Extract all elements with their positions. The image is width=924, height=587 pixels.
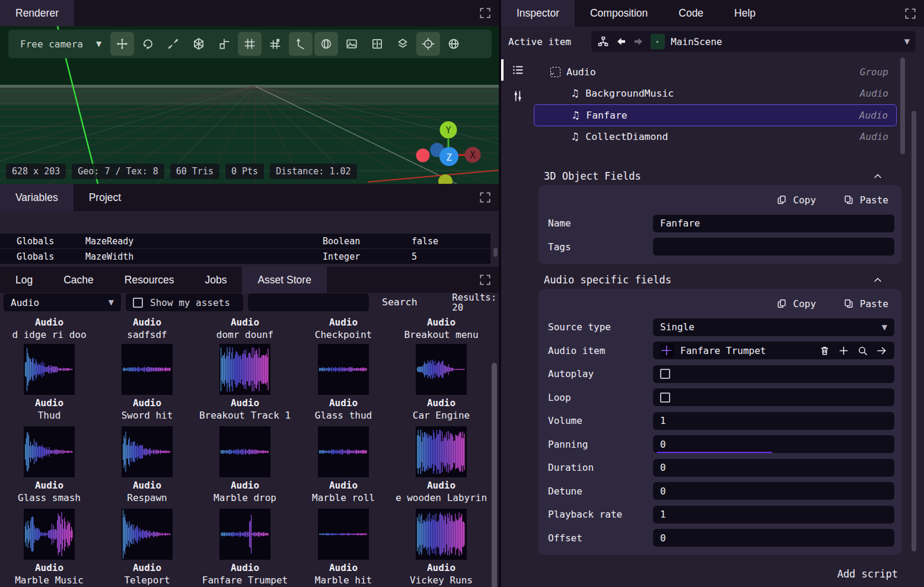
scene-selector[interactable]: MainScene ▼ xyxy=(591,31,916,52)
asset-category-select[interactable]: Audio ▼ xyxy=(4,294,121,311)
search-button[interactable]: Search xyxy=(382,294,418,311)
back-arrow-icon[interactable] xyxy=(615,36,627,47)
volume-input[interactable]: 1 xyxy=(653,412,894,430)
asset-card[interactable]: Audio Marble drop xyxy=(196,426,294,503)
asset-card[interactable]: Audio Glass thud xyxy=(294,344,393,421)
audio-item-field[interactable]: Fanfare Trumpet xyxy=(653,342,894,359)
loop-field[interactable] xyxy=(653,388,894,406)
tree-item-backgroundmusic[interactable]: ♫BackgroundMusicAudio xyxy=(534,83,897,105)
autoplay-field[interactable] xyxy=(653,365,894,383)
asset-card[interactable]: Audio Marble roll xyxy=(294,426,393,503)
goto-icon[interactable] xyxy=(876,345,887,356)
asset-card[interactable]: Audio domr dounf xyxy=(196,314,294,340)
tab-project[interactable]: Project xyxy=(74,184,136,211)
tab-asset-store[interactable]: Asset Store xyxy=(242,267,326,293)
wireframe-cube-icon[interactable] xyxy=(187,32,211,56)
variable-row[interactable]: GlobalsMazeReadyBooleanfalse xyxy=(0,234,490,248)
tree-item-fanfare[interactable]: ♫FanfareAudio xyxy=(534,104,897,126)
hierarchy-icon[interactable] xyxy=(597,36,609,47)
section-header[interactable]: 3D Object Fields xyxy=(501,166,924,186)
tab-renderer[interactable]: Renderer xyxy=(0,0,74,26)
frame-center-icon[interactable] xyxy=(365,32,389,56)
scale-tool-icon[interactable] xyxy=(161,32,185,56)
asset-search-input[interactable] xyxy=(248,294,369,311)
variable-row[interactable]: GlobalsMazeWidthInteger5 xyxy=(0,249,490,264)
playback-rate-input[interactable]: 1 xyxy=(653,506,894,524)
add-icon[interactable] xyxy=(838,345,849,356)
asset-grid-scrollbar[interactable] xyxy=(492,363,497,587)
detune-input[interactable]: 0 xyxy=(653,482,894,500)
image-icon[interactable] xyxy=(340,32,364,56)
copy-button[interactable]: Copy xyxy=(776,194,816,206)
asset-card[interactable]: Audio Glass smash xyxy=(0,426,98,503)
add-script-button[interactable]: Add script xyxy=(837,568,898,580)
section-header[interactable]: Audio specific fields xyxy=(501,270,924,290)
asset-card[interactable]: Audio d idge ri doo xyxy=(0,314,98,340)
axes-icon[interactable] xyxy=(289,32,313,56)
offset-input[interactable]: 0 xyxy=(653,529,894,547)
tree-list-view-button[interactable] xyxy=(505,58,531,82)
asset-card[interactable]: Audio Breakout Track 1 xyxy=(196,344,294,421)
tab-jobs[interactable]: Jobs xyxy=(189,267,242,293)
asset-card[interactable]: Audio Teleport xyxy=(98,509,196,586)
variables-scrollbar[interactable] xyxy=(493,248,498,257)
tab-variables[interactable]: Variables xyxy=(0,184,74,211)
asset-card[interactable]: Audio Car Engine xyxy=(392,344,490,421)
asset-card[interactable]: Audio Breakout menu xyxy=(392,314,490,340)
expand-inspector-icon[interactable] xyxy=(904,7,917,20)
duration-input[interactable]: 0 xyxy=(653,459,894,477)
rotation-gizmo-icon[interactable] xyxy=(314,32,338,56)
camera-mode-select[interactable]: Free camera ▼ xyxy=(14,39,109,50)
grid-snap-icon[interactable] xyxy=(263,32,287,56)
asset-card[interactable]: Audio Sword hit xyxy=(98,344,196,421)
grid-icon[interactable] xyxy=(238,32,262,56)
show-my-assets-checkbox[interactable] xyxy=(133,298,143,308)
show-my-assets-toggle[interactable]: Show my assets xyxy=(126,294,243,311)
name-input[interactable]: Fanfare xyxy=(653,215,894,232)
chevron-up-icon[interactable] xyxy=(872,170,884,182)
forward-arrow-icon[interactable] xyxy=(633,36,645,47)
expand-variables-icon[interactable] xyxy=(479,191,492,204)
asset-card[interactable]: Audio Vickey Runs xyxy=(392,509,490,586)
tab-inspector[interactable]: Inspector xyxy=(501,0,575,27)
tab-help[interactable]: Help xyxy=(719,0,771,27)
globe-icon[interactable] xyxy=(442,32,466,56)
tab-cache[interactable]: Cache xyxy=(48,267,109,293)
asset-card[interactable]: Audio Fanfare Trumpet xyxy=(196,509,294,586)
tree-item-audio[interactable]: ⌄AudioGroup xyxy=(534,61,897,83)
asset-card[interactable]: Audio Thud xyxy=(0,344,98,421)
expand-bottom-icon[interactable] xyxy=(479,273,492,286)
move-tool-icon[interactable] xyxy=(110,32,134,56)
snap-corner-icon[interactable] xyxy=(212,32,236,56)
search-icon[interactable] xyxy=(857,345,868,356)
panning-slider[interactable]: 0 xyxy=(653,435,894,453)
asset-card[interactable]: Audio sadfsdf xyxy=(98,314,196,340)
paste-button[interactable]: Paste xyxy=(843,194,888,206)
inspector-scrollbar[interactable] xyxy=(912,111,916,551)
layers-icon[interactable] xyxy=(391,32,415,56)
tab-resources[interactable]: Resources xyxy=(109,267,190,293)
tab-composition[interactable]: Composition xyxy=(575,0,663,27)
expand-renderer-icon[interactable] xyxy=(479,7,492,20)
tab-log[interactable]: Log xyxy=(0,267,48,293)
target-icon[interactable] xyxy=(416,32,440,56)
source-type-select[interactable]: Single▼ xyxy=(653,318,894,336)
tags-input[interactable] xyxy=(653,238,894,256)
tab-code[interactable]: Code xyxy=(663,0,719,27)
chevron-up-icon[interactable] xyxy=(872,274,884,286)
viewport-3d[interactable]: YXZ Free camera ▼ 628 x 203Geo: 7 / Tex:… xyxy=(0,26,499,184)
copy-button[interactable]: Copy xyxy=(776,298,816,310)
tree-item-collectdiamond[interactable]: ♫CollectDiamondAudio xyxy=(534,126,897,148)
paste-button[interactable]: Paste xyxy=(843,298,888,310)
loop-checkbox[interactable] xyxy=(660,393,670,403)
tree-filter-button[interactable] xyxy=(505,84,531,109)
autoplay-checkbox[interactable] xyxy=(660,369,670,379)
asset-card[interactable]: Audio Respawn xyxy=(98,426,196,503)
asset-card[interactable]: Audio Marble Music xyxy=(0,509,98,586)
asset-card[interactable]: Audio e wooden Labyrin xyxy=(392,426,490,503)
rotate-tool-icon[interactable] xyxy=(136,32,160,56)
delete-icon[interactable] xyxy=(819,345,830,356)
asset-card[interactable]: Audio Marble hit xyxy=(294,509,393,586)
chevron-down-icon[interactable]: ⌄ xyxy=(549,68,556,76)
asset-card[interactable]: Audio Checkpoint xyxy=(294,314,393,340)
